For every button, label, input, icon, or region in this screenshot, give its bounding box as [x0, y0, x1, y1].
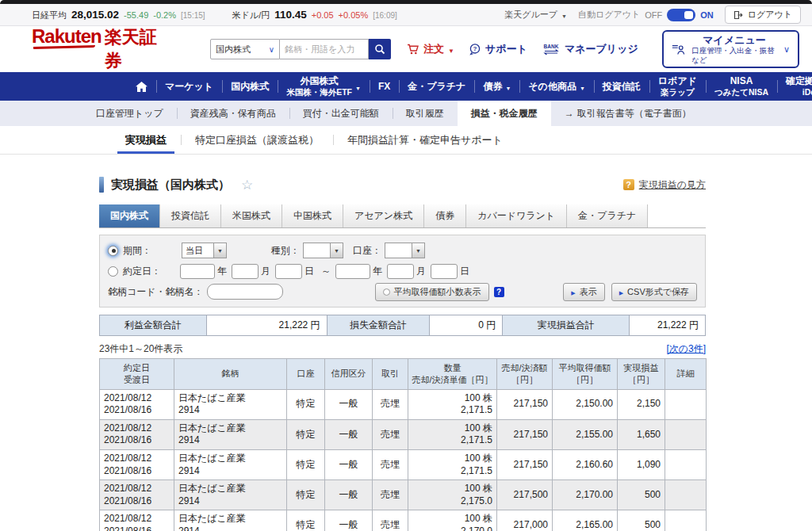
from-month-input[interactable]	[232, 264, 259, 279]
result-count-text: 23件中1～20件表示	[99, 342, 182, 356]
sub-nav-item[interactable]: 取引報告書等（電子書面）	[551, 101, 705, 126]
product-tab[interactable]: 国内株式	[99, 204, 160, 227]
order-menu[interactable]: 注文	[407, 42, 454, 56]
global-nav-item[interactable]: 国内株式	[222, 72, 278, 101]
from-year-input[interactable]	[180, 264, 215, 279]
global-nav-item[interactable]: その他商品	[519, 72, 594, 101]
avg-price-help-icon[interactable]	[494, 287, 504, 297]
to-day-input[interactable]	[431, 264, 458, 279]
from-day-input[interactable]	[275, 264, 302, 279]
dropdown-arrow-icon	[213, 243, 227, 258]
proceeds-cell: 217,150	[497, 389, 553, 419]
nikkei-label: 日経平均	[32, 10, 67, 21]
period-select[interactable]: 当日	[182, 243, 227, 258]
section-tab[interactable]: 特定口座損益（譲渡益税）	[181, 126, 333, 154]
next-page-link[interactable]: [次の3件]	[666, 342, 706, 356]
logout-button[interactable]: ログアウト	[725, 6, 801, 24]
table-header-cell: 約定日 受渡日	[100, 359, 174, 390]
nikkei-ticker: 日経平均 28,015.02 -55.49 -0.2% [15:15]	[32, 9, 205, 21]
section-tab[interactable]: 年間損益計算・確定申告サポート	[333, 126, 517, 154]
product-tab[interactable]: アセアン株式	[343, 204, 424, 227]
account-select-value	[385, 243, 412, 258]
global-nav-item[interactable]: 金・プラチナ	[399, 72, 474, 101]
global-nav-item[interactable]: 確定拠出年金 iDeCo	[777, 72, 812, 101]
global-nav-item[interactable]: 外国株式 米国株・海外ETF	[278, 72, 370, 101]
rakuten-group-menu[interactable]: 楽天グループ	[504, 9, 567, 21]
rakuten-securities-page: 日経平均 28,015.02 -55.49 -0.2% [15:15] 米ドル/…	[0, 0, 812, 531]
table-row: 2021/08/122021/08/16 日本たばこ産業2914 特定 一般 売…	[100, 480, 707, 510]
table-row: 2021/08/122021/08/16 日本たばこ産業2914 特定 一般 売…	[100, 389, 707, 419]
account-select[interactable]	[385, 243, 425, 258]
margin-type-cell: 一般	[325, 419, 373, 449]
nikkei-change: -55.49	[124, 10, 148, 20]
trade-date-filter-row: 約定日： 年 月 日 ～ 年 月 日	[108, 262, 697, 280]
global-nav-item[interactable]: ロボアド 楽ラップ	[649, 72, 706, 101]
table-header-cell: 実現損益 ［円］	[618, 359, 665, 390]
site-header: Rakuten 楽天証券 国内株式 ∨ 注文 ? サポート	[0, 26, 812, 72]
to-year-input[interactable]	[335, 264, 370, 279]
type-select[interactable]	[303, 243, 343, 258]
csv-save-button[interactable]: CSV形式で保存	[611, 283, 697, 301]
period-radio[interactable]	[108, 246, 118, 256]
question-bubble-icon: ?	[469, 43, 481, 55]
table-header-cell: 口座	[287, 359, 325, 390]
global-nav-item[interactable]: FX	[370, 72, 399, 101]
avg-price-decimal-button[interactable]: 平均取得価額小数表示	[375, 283, 489, 301]
symbol-label: 銘柄コード・銘柄名：	[108, 285, 204, 299]
global-nav-item[interactable]: 債券	[474, 72, 519, 101]
title-accent-bar	[99, 177, 104, 193]
global-nav-item[interactable]: NISA つみたてNISA	[706, 72, 777, 101]
product-tab[interactable]: 米国株式	[221, 204, 282, 227]
support-label: サポート	[485, 42, 527, 56]
product-tab[interactable]: 中国株式	[282, 204, 343, 227]
show-button[interactable]: 表示	[563, 283, 604, 301]
support-menu[interactable]: ? サポート	[469, 42, 527, 56]
margin-type-cell: 一般	[325, 480, 373, 510]
sub-nav-item-label: 取引報告書等（電子書面）	[577, 107, 691, 120]
sub-nav-item[interactable]: 買付・出金可能額	[289, 101, 393, 126]
global-nav-item-label: 外国株式 米国株・海外ETF	[286, 75, 352, 97]
product-tab[interactable]: 債券	[424, 204, 466, 227]
home-icon	[136, 82, 147, 92]
period-select-value: 当日	[182, 243, 213, 258]
table-header-cell: 数量 売却/決済単価［円］	[408, 359, 497, 390]
trade-date-radio[interactable]	[108, 266, 118, 277]
search-input[interactable]	[280, 39, 369, 59]
sub-nav-item[interactable]: 取引履歴	[393, 101, 458, 126]
product-tab[interactable]: カバードワラント	[466, 204, 567, 227]
sub-nav-item[interactable]: 口座管理トップ	[82, 101, 177, 126]
loss-total-label: 損失金額合計	[327, 315, 431, 336]
global-nav-item[interactable]: 投資信託	[594, 72, 649, 101]
global-nav-item[interactable]: マーケット	[156, 72, 222, 101]
global-nav-item-label: マーケット	[165, 81, 213, 93]
mymenu-button[interactable]: マイメニュー 口座管理・入出金・振替など ∨	[662, 30, 799, 68]
margin-type-cell: 一般	[325, 450, 373, 480]
symbol-input[interactable]	[207, 284, 283, 300]
help-question-icon[interactable]	[623, 179, 634, 190]
usdjpy-time: [16:09]	[373, 11, 397, 20]
to-month-input[interactable]	[387, 264, 414, 279]
arrow-right-icon	[619, 287, 623, 296]
section-tab[interactable]: 実現損益	[111, 126, 181, 154]
quantity-price-cell: 100 株2,171.5	[408, 450, 497, 480]
rakuten-logo[interactable]: Rakuten 楽天証券	[32, 25, 169, 73]
search-button[interactable]	[369, 39, 391, 59]
product-tab[interactable]: 投資信託	[160, 204, 221, 227]
moneybridge-menu[interactable]: BANK マネーブリッジ	[542, 42, 638, 56]
usdjpy-value: 110.45	[274, 9, 307, 21]
main-content: 実現損益（国内株式） 実現損益の見方 国内株式 投資信託 米国株式 中国株式 ア…	[99, 155, 706, 531]
favorite-star-icon[interactable]	[241, 178, 253, 192]
home-button[interactable]	[127, 72, 156, 101]
sub-nav-item[interactable]: 損益・税金履歴	[458, 101, 551, 126]
cart-icon	[407, 44, 419, 55]
product-tab[interactable]: 金・プラチナ	[567, 204, 648, 227]
auto-logout-toggle[interactable]	[667, 9, 695, 21]
search-category-select[interactable]: 国内株式 ∨	[210, 39, 280, 59]
nikkei-time: [15:15]	[181, 11, 205, 20]
section-tab-label: 年間損益計算・確定申告サポート	[347, 133, 503, 147]
mymenu-title: マイメニュー	[703, 34, 766, 47]
sub-nav-item[interactable]: 資産残高・保有商品	[177, 101, 289, 126]
help-link[interactable]: 実現損益の見方	[639, 178, 706, 192]
radio-circle-icon	[383, 288, 390, 296]
quantity-price-cell: 100 株2,171.5	[408, 389, 497, 419]
